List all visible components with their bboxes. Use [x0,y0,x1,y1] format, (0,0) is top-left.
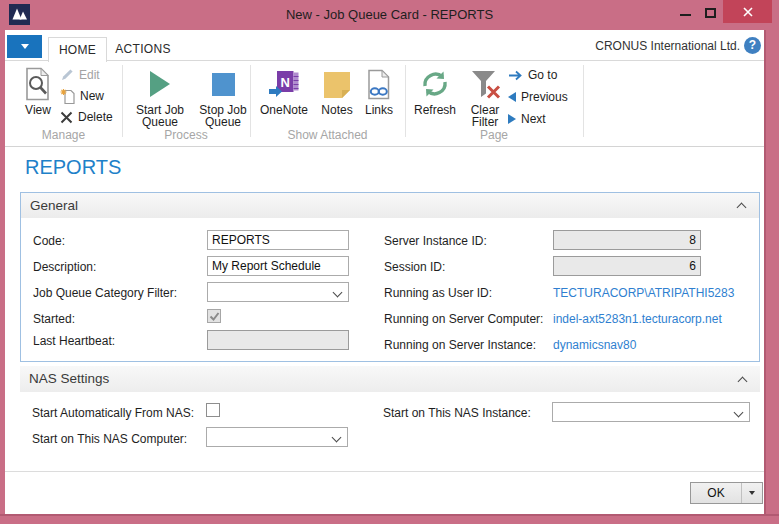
ok-button[interactable]: OK [690,482,763,504]
stop-job-queue-button[interactable]: Stop JobQueue [196,64,250,128]
running-as-user-label: Running as User ID: [384,286,492,300]
group-separator [583,65,584,137]
group-label-page: Page [405,128,583,142]
app-menu-button[interactable] [7,35,42,58]
running-on-computer-value[interactable]: indel-axt5283n1.tecturacorp.net [553,312,722,326]
window-title: New - Job Queue Card - REPORTS [0,0,779,30]
group-label-show-attached: Show Attached [250,128,405,142]
server-instance-id-label: Server Instance ID: [384,234,487,248]
notes-icon [323,66,351,102]
running-on-instance-value[interactable]: dynamicsnav80 [553,338,636,352]
edit-button[interactable]: Edit [60,66,100,84]
refresh-icon [420,66,450,102]
collapse-icon[interactable] [737,203,747,213]
ribbon: View Edit New Delete Manage Start JobQue… [5,61,764,147]
company-name: CRONUS International Ltd. [595,39,740,53]
previous-icon [508,92,516,102]
nas-settings-header[interactable]: NAS Settings [20,366,760,392]
tab-home[interactable]: HOME [48,37,107,62]
group-separator [405,65,406,137]
help-icon[interactable]: ? [744,37,761,54]
footer-divider [5,471,764,472]
ribbon-tab-row: HOME ACTIONS CRONUS International Ltd. ? [5,30,764,61]
check-icon [209,311,220,322]
new-icon [60,88,75,104]
links-button[interactable]: Links [359,64,399,117]
clear-filter-icon [469,66,501,102]
group-separator [250,65,251,137]
delete-icon [60,111,73,124]
start-auto-nas-checkbox[interactable] [206,403,220,417]
tab-actions[interactable]: ACTIONS [105,37,181,61]
goto-button[interactable]: Go to [508,66,557,84]
code-label: Code: [33,234,65,248]
session-id-label: Session ID: [384,260,445,274]
start-auto-nas-label: Start Automatically From NAS: [32,406,194,420]
general-section: General Code: REPORTS Description: My Re… [20,192,760,362]
running-on-instance-label: Running on Server Instance: [384,338,536,352]
window-border-bottom [0,514,779,524]
view-button[interactable]: View [15,64,61,117]
category-filter-label: Job Queue Category Filter: [33,286,177,300]
minimize-button[interactable] [680,14,691,16]
goto-icon [508,70,523,81]
links-icon [367,66,391,102]
close-icon [742,6,754,18]
onenote-button[interactable]: N OneNote [253,64,315,117]
last-heartbeat-input [207,330,349,350]
view-icon [24,66,52,102]
page-title: REPORTS [25,156,121,179]
edit-icon [60,68,74,82]
onenote-icon: N [269,66,299,102]
start-job-queue-button[interactable]: Start JobQueue [124,64,196,128]
ok-dropdown-arrow[interactable] [741,483,762,503]
next-button[interactable]: Next [508,110,546,128]
next-icon [508,114,516,124]
general-section-header[interactable]: General [21,193,759,218]
window-border-right [764,30,779,524]
notes-button[interactable]: Notes [315,64,359,117]
new-button[interactable]: New [60,87,104,105]
svg-text:N: N [281,75,290,90]
refresh-button[interactable]: Refresh [409,64,461,117]
window: New - Job Queue Card - REPORTS HOME ACTI… [0,0,779,524]
nas-instance-combobox[interactable] [552,402,750,422]
collapse-icon[interactable] [738,377,748,387]
group-separator [122,65,123,137]
previous-button[interactable]: Previous [508,88,568,106]
delete-button[interactable]: Delete [60,108,113,126]
close-button[interactable] [723,0,772,23]
description-label: Description: [33,260,96,274]
dropdown-icon[interactable] [333,288,343,298]
nas-computer-label: Start on This NAS Computer: [32,432,187,446]
started-checkbox[interactable] [207,309,221,323]
start-icon [150,66,170,102]
started-label: Started: [33,312,75,326]
maximize-button[interactable] [705,8,716,18]
stop-icon [212,66,235,102]
dropdown-icon[interactable] [734,408,744,418]
last-heartbeat-label: Last Heartbeat: [33,334,115,348]
session-id-input: 6 [553,256,701,276]
nas-instance-label: Start on This NAS Instance: [383,406,531,420]
titlebar: New - Job Queue Card - REPORTS [0,0,779,30]
group-label-process: Process [122,128,250,142]
running-as-user-value[interactable]: TECTURACORP\ATRIPATHI5283 [553,286,734,300]
nas-computer-combobox[interactable] [206,427,348,447]
server-instance-id-input: 8 [553,230,701,250]
category-filter-combobox[interactable] [207,282,349,302]
description-input[interactable]: My Report Schedule [207,256,349,276]
group-label-manage: Manage [5,128,122,142]
clear-filter-button[interactable]: ClearFilter [461,64,509,128]
dropdown-icon[interactable] [332,433,342,443]
running-on-computer-label: Running on Server Computer: [384,312,543,326]
code-input[interactable]: REPORTS [207,230,349,250]
